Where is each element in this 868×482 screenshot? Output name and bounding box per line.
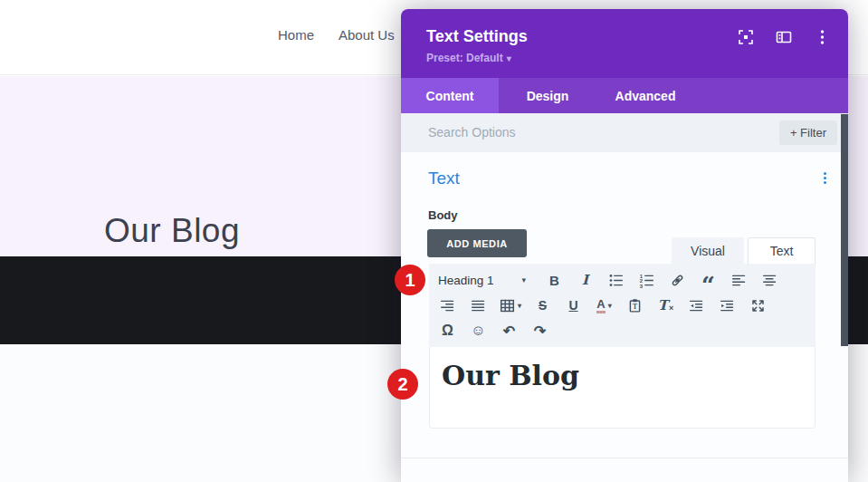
- modal-title: Text Settings: [426, 27, 528, 46]
- editor-content-area[interactable]: Our Blog: [429, 347, 816, 429]
- clear-formatting-icon[interactable]: T×: [656, 296, 675, 315]
- search-options-input[interactable]: [426, 120, 680, 144]
- body-field-label: Body: [428, 208, 458, 222]
- text-section-title[interactable]: Text: [428, 169, 460, 188]
- nav-link-about-us[interactable]: About Us: [339, 27, 395, 43]
- fullscreen-icon[interactable]: [749, 296, 768, 315]
- strikethrough-icon[interactable]: S: [533, 296, 552, 315]
- section-options-icon[interactable]: [824, 172, 826, 184]
- bullet-list-icon[interactable]: [606, 271, 625, 290]
- modal-scrollbar[interactable]: [841, 114, 848, 346]
- annotation-circle-2: 2: [387, 369, 418, 400]
- preset-caret-icon: ▾: [507, 53, 511, 63]
- expand-icon[interactable]: [738, 29, 754, 45]
- indent-icon[interactable]: [718, 296, 737, 315]
- underline-icon[interactable]: U: [564, 296, 583, 315]
- modal-tab-bar: Content Design Advanced: [401, 78, 848, 113]
- tab-design[interactable]: Design: [499, 78, 596, 113]
- format-dropdown[interactable]: Heading 1 ▾: [438, 274, 526, 287]
- modal-content: Text Body ADD MEDIA Visual Text Heading …: [401, 152, 848, 482]
- link-icon[interactable]: [668, 271, 687, 290]
- tab-advanced[interactable]: Advanced: [596, 78, 694, 113]
- toolbar-row-1: Heading 1 ▾ BI123“: [438, 271, 806, 290]
- split-view-icon[interactable]: [776, 29, 792, 45]
- redo-icon[interactable]: ↷: [530, 322, 549, 341]
- editor-tab-visual[interactable]: Visual: [672, 237, 744, 264]
- filter-button[interactable]: + Filter: [779, 120, 837, 145]
- preset-selector[interactable]: Preset: Default▾: [426, 52, 511, 64]
- more-menu-icon[interactable]: [814, 29, 830, 45]
- editor-toolbar: Heading 1 ▾ BI123“ ▾SUA▾TT× Ω☺↶↷: [429, 264, 816, 347]
- search-options-bar: + Filter: [401, 113, 848, 152]
- align-right-icon[interactable]: [438, 296, 457, 315]
- editor-tab-text[interactable]: Text: [748, 237, 816, 264]
- tab-content[interactable]: Content: [401, 78, 499, 113]
- hero-title: Our Blog: [104, 212, 240, 250]
- editor-heading-text[interactable]: Our Blog: [442, 360, 579, 391]
- svg-text:3: 3: [640, 283, 644, 287]
- paste-as-text-icon[interactable]: T: [625, 296, 644, 315]
- blockquote-icon[interactable]: “: [699, 271, 718, 290]
- annotation-circle-1: 1: [395, 265, 425, 295]
- table-icon[interactable]: ▾: [500, 296, 521, 315]
- bold-icon[interactable]: B: [545, 271, 564, 290]
- chevron-down-icon: ▾: [521, 275, 526, 284]
- toolbar-row-2: ▾SUA▾TT×: [438, 296, 806, 315]
- text-color-icon[interactable]: A▾: [595, 296, 614, 315]
- section-divider: [401, 458, 848, 458]
- preset-label: Preset: Default: [426, 52, 503, 64]
- justify-icon[interactable]: [469, 296, 488, 315]
- screen: Home About Us Our Blog dPress Text Setti…: [0, 0, 868, 482]
- modal-header[interactable]: Text Settings Preset: Default▾: [401, 9, 848, 78]
- format-dropdown-label: Heading 1: [438, 274, 494, 287]
- italic-icon[interactable]: I: [576, 271, 595, 290]
- svg-text:T: T: [633, 303, 637, 311]
- align-center-icon[interactable]: [760, 271, 779, 290]
- toolbar-row-3: Ω☺↶↷: [438, 322, 806, 341]
- modal-header-icons: [738, 29, 830, 45]
- undo-icon[interactable]: ↶: [500, 322, 519, 341]
- emoticon-icon[interactable]: ☺: [469, 322, 488, 341]
- nav-link-home[interactable]: Home: [278, 27, 314, 43]
- special-character-icon[interactable]: Ω: [438, 322, 457, 341]
- add-media-button[interactable]: ADD MEDIA: [427, 229, 527, 257]
- align-left-icon[interactable]: [730, 271, 749, 290]
- numbered-list-icon[interactable]: 123: [637, 271, 656, 290]
- text-settings-modal: Text Settings Preset: Default▾ Content D…: [401, 9, 848, 482]
